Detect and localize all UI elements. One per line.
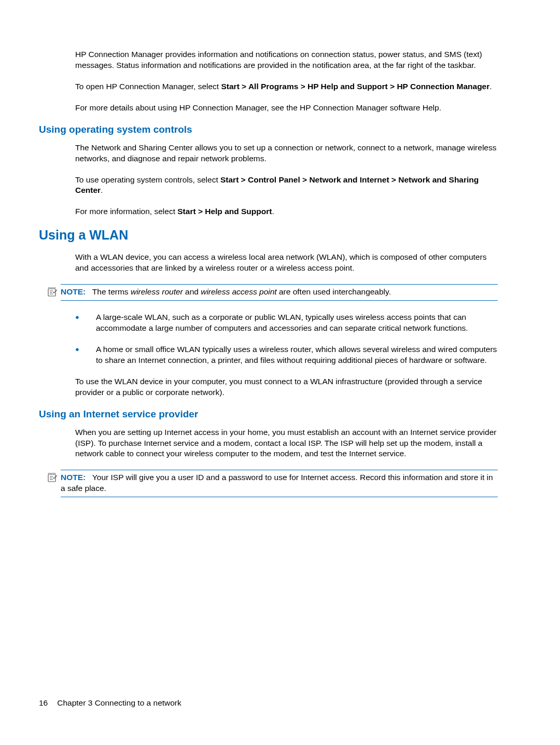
- wlan-p1: With a WLAN device, you can access a wir…: [75, 252, 498, 274]
- chapter-label: Chapter 3 Connecting to a network: [57, 698, 181, 707]
- os-controls-heading: Using operating system controls: [39, 124, 498, 135]
- isp-p1: When you are setting up Internet access …: [75, 427, 498, 460]
- note-label: NOTE:: [61, 287, 86, 296]
- wlan-intro: With a WLAN device, you can access a wir…: [75, 252, 498, 274]
- wlan-note: NOTE: The terms wireless router and wire…: [61, 284, 498, 301]
- page-footer: 16Chapter 3 Connecting to a network: [39, 698, 181, 708]
- intro-p2: To open HP Connection Manager, select St…: [75, 81, 498, 92]
- isp-section: When you are setting up Internet access …: [75, 427, 498, 460]
- intro-p3: For more details about using HP Connecti…: [75, 103, 498, 114]
- wlan-bullets: A large-scale WLAN, such as a corporate …: [75, 312, 498, 366]
- os-p2: To use operating system controls, select…: [75, 175, 498, 196]
- note-label: NOTE:: [61, 473, 86, 482]
- wlan-outro: To use the WLAN device in your computer,…: [75, 376, 498, 398]
- wlan-heading: Using a WLAN: [39, 228, 498, 243]
- isp-heading: Using an Internet service provider: [39, 409, 498, 420]
- isp-note: NOTE: Your ISP will give you a user ID a…: [61, 470, 498, 497]
- os-controls-section: The Network and Sharing Center allows yo…: [75, 143, 498, 218]
- note-icon: [47, 287, 59, 299]
- document-page: HP Connection Manager provides informati…: [0, 0, 560, 497]
- page-number: 16: [39, 698, 48, 708]
- intro-section: HP Connection Manager provides informati…: [75, 49, 498, 114]
- note-icon: [47, 472, 59, 485]
- wlan-p2: To use the WLAN device in your computer,…: [75, 376, 498, 398]
- intro-p1: HP Connection Manager provides informati…: [75, 49, 498, 71]
- list-item: A large-scale WLAN, such as a corporate …: [75, 312, 498, 334]
- os-p3: For more information, select Start > Hel…: [75, 206, 498, 217]
- os-p1: The Network and Sharing Center allows yo…: [75, 143, 498, 164]
- list-item: A home or small office WLAN typically us…: [75, 344, 498, 366]
